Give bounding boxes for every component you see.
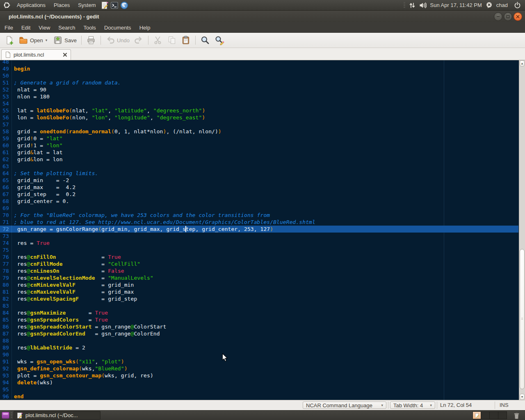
code-line-66[interactable]: 66 grid_max = 4.2	[0, 184, 518, 191]
tab-plot-limits-ncl[interactable]: plot.limits.ncl	[1, 49, 71, 60]
network-icon[interactable]	[409, 2, 415, 9]
menu-edit[interactable]: Edit	[18, 23, 34, 32]
code-line-73[interactable]: 73	[0, 233, 518, 240]
trash-applet[interactable]	[512, 411, 521, 420]
new-document-button[interactable]	[2, 34, 16, 46]
workspace-1[interactable]	[472, 411, 481, 419]
code-line-63[interactable]: 63	[0, 163, 518, 170]
panel-grip[interactable]	[11, 412, 12, 419]
terminal-launcher-icon[interactable]	[110, 1, 119, 10]
workspace-3[interactable]	[490, 411, 498, 419]
maximize-button[interactable]	[504, 12, 512, 21]
tab-width-selector[interactable]: Tab Width: 4 ▾	[390, 402, 435, 409]
code-line-55[interactable]: 55 lat = latGlobeFo(nlat, "lat", "latitu…	[0, 107, 518, 114]
find-button[interactable]	[198, 34, 212, 46]
taskbar-window-button[interactable]: plot.limits.ncl (~/Doc...	[14, 411, 100, 420]
code-line-89[interactable]: 89 res@lbLabelStride = 2	[0, 344, 518, 351]
gedit-launcher-icon[interactable]	[100, 1, 109, 10]
code-line-94[interactable]: 94 delete(wks)	[0, 379, 518, 386]
code-line-74[interactable]: 74 res = True	[0, 240, 518, 247]
code-line-54[interactable]: 54	[0, 100, 518, 107]
menu-help[interactable]: Help	[136, 23, 154, 32]
save-button[interactable]: Save	[51, 34, 79, 46]
code-line-79[interactable]: 79 res@cnLevelSelectionMode = "ManualLev…	[0, 274, 518, 281]
text-editor[interactable]: 4849begin5051; Generate a grid of random…	[0, 60, 525, 400]
workspace-4[interactable]	[498, 411, 507, 419]
code-line-50[interactable]: 50	[0, 72, 518, 79]
code-line-76[interactable]: 76 res@cnFillOn = True	[0, 253, 518, 260]
power-icon[interactable]	[514, 2, 521, 9]
paste-button[interactable]	[179, 34, 193, 46]
menu-tools[interactable]: Tools	[80, 23, 100, 32]
code-line-53[interactable]: 53 nlon = 180	[0, 93, 518, 100]
show-desktop-button[interactable]	[1, 411, 10, 419]
workspace-2[interactable]	[481, 411, 490, 419]
menu-documents[interactable]: Documents	[100, 23, 135, 32]
code-line-49[interactable]: 49begin	[0, 65, 518, 72]
code-line-88[interactable]: 88	[0, 337, 518, 344]
code-line-62[interactable]: 62 grid&lon = lon	[0, 156, 518, 163]
code-line-59[interactable]: 59 grid!0 = "lat"	[0, 135, 518, 142]
browser-launcher-icon[interactable]	[120, 1, 129, 10]
code-line-92[interactable]: 92 gsn_define_colormap(wks,"BlueRed")	[0, 365, 518, 372]
tab-close-icon[interactable]	[63, 52, 67, 57]
code-line-56[interactable]: 56 lon = lonGlobeFo(nlon, "lon", "longit…	[0, 114, 518, 121]
code-line-81[interactable]: 81 res@cnMaxLevelValF = grid_max	[0, 288, 518, 295]
window-titlebar[interactable]: plot.limits.ncl (~/Documents) - gedit	[0, 11, 525, 22]
code-line-57[interactable]: 57	[0, 121, 518, 128]
code-line-78[interactable]: 78 res@cnLinesOn = False	[0, 267, 518, 274]
code-line-82[interactable]: 82 res@cnLevelSpacingF = grid_step	[0, 295, 518, 302]
code-area[interactable]: 4849begin5051; Generate a grid of random…	[0, 60, 525, 400]
code-line-75[interactable]: 75	[0, 247, 518, 253]
code-line-85[interactable]: 85 res@gsnSpreadColors = True	[0, 316, 518, 323]
user-menu[interactable]: chad	[496, 2, 508, 8]
clock[interactable]: Sun Apr 17, 11:42 PM	[430, 2, 482, 8]
code-line-86[interactable]: 86 res@gsnSpreadColorStart = gsn_range@C…	[0, 323, 518, 330]
menu-system[interactable]: System	[74, 0, 100, 10]
volume-icon[interactable]	[419, 2, 427, 9]
code-line-69[interactable]: 69	[0, 205, 518, 212]
code-line-65[interactable]: 65 grid_min = -2	[0, 177, 518, 184]
menu-view[interactable]: View	[35, 23, 54, 32]
code-line-84[interactable]: 84 res@gsnMaximize = True	[0, 309, 518, 316]
code-line-71[interactable]: 71; blue to red at 127. See http://www.n…	[0, 219, 518, 226]
open-dropdown-icon[interactable]: ▾	[46, 38, 48, 42]
code-line-87[interactable]: 87 res@gsnSpreadColorEnd = gsn_range@Col…	[0, 330, 518, 337]
code-line-83[interactable]: 83	[0, 302, 518, 309]
replace-button[interactable]	[212, 34, 227, 46]
code-line-52[interactable]: 52 nlat = 90	[0, 86, 518, 93]
language-selector[interactable]: NCAR Command Language ▾	[303, 402, 386, 409]
code-line-61[interactable]: 61 grid&lat = lat	[0, 149, 518, 156]
scrollbar-thumb[interactable]	[520, 249, 525, 389]
code-line-91[interactable]: 91 wks = gsn_open_wks("x11", "plot")	[0, 358, 518, 365]
code-line-51[interactable]: 51; Generate a grid of random data.	[0, 79, 518, 86]
me-menu-icon[interactable]	[486, 2, 493, 9]
menu-search[interactable]: Search	[55, 23, 79, 32]
close-button[interactable]	[514, 12, 522, 21]
code-line-64[interactable]: 64; Set the plotting limits.	[0, 170, 518, 177]
line-number: 52	[0, 86, 12, 93]
menu-file[interactable]: File	[1, 23, 17, 32]
menu-places[interactable]: Places	[50, 0, 74, 10]
code-line-90[interactable]: 90	[0, 351, 518, 358]
code-line-68[interactable]: 68 grid_center = 0.	[0, 198, 518, 205]
vertical-scrollbar[interactable]: ▲ ▼	[519, 60, 525, 400]
menu-applications[interactable]: Applications	[13, 0, 50, 10]
code-line-96[interactable]: 96end	[0, 393, 518, 400]
scroll-down-button[interactable]: ▼	[520, 394, 525, 400]
code-line-77[interactable]: 77 res@cnFillMode = "CellFill"	[0, 260, 518, 267]
code-line-95[interactable]: 95	[0, 386, 518, 393]
scroll-up-button[interactable]: ▲	[520, 60, 525, 66]
code-line-72[interactable]: 72 gsn_range = gsnColorRange(grid_min, g…	[0, 226, 518, 233]
code-line-70[interactable]: 70; For the "BlueRed" colormap, we have …	[0, 212, 518, 219]
code-line-67[interactable]: 67 grid_step = 0.2	[0, 191, 518, 198]
minimize-button[interactable]	[494, 12, 502, 21]
code-line-58[interactable]: 58 grid = onedtond(random_normal(0, 1, n…	[0, 128, 518, 135]
code-line-80[interactable]: 80 res@cnMinLevelValF = grid_min	[0, 281, 518, 288]
panel-grip[interactable]	[404, 2, 405, 9]
print-button[interactable]	[84, 34, 98, 46]
code-line-60[interactable]: 60 grid!1 = "lon"	[0, 142, 518, 149]
open-button[interactable]: Open ▾	[16, 34, 49, 46]
code-line-93[interactable]: 93 plot = gsn_csm_contour_map(wks, grid,…	[0, 372, 518, 379]
code-line-48[interactable]: 48	[0, 60, 518, 65]
